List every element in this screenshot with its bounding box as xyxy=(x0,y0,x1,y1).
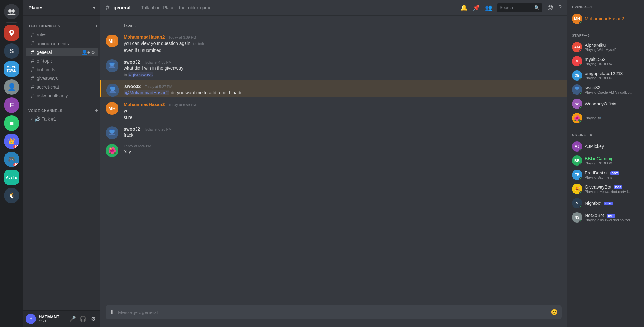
channel-giveaways[interactable]: # giveaways xyxy=(26,74,98,83)
member-info: MohammadHasan2 xyxy=(585,16,639,21)
current-user-avatar[interactable]: Η xyxy=(26,314,36,324)
bot-badge: BOT xyxy=(610,171,619,175)
search-icon: 🔍 xyxy=(534,5,540,10)
message-avatar[interactable] xyxy=(106,126,118,139)
member-avatar: BB xyxy=(572,155,582,166)
voice-channel-talk1[interactable]: ▾ 🔊 Talk #1 xyxy=(26,115,98,123)
message-item: swoo32 Today at 6:26 PM frack xyxy=(100,123,567,139)
voice-channels-section: VOICE CHANNELS + ▾ 🔊 Talk #1 xyxy=(23,103,100,123)
message-header: swoo32 Today at 5:27 PM xyxy=(124,84,551,89)
upload-icon[interactable]: ⬆ xyxy=(109,309,114,316)
channel-bot-cmds[interactable]: # bot-cmds xyxy=(26,65,98,74)
members-sidebar: OWNER—1 MH MohammadHasan2 STAFF—6 AM Alp… xyxy=(567,0,644,327)
help-icon[interactable]: ? xyxy=(558,4,562,11)
message-timestamp: Today at 5:27 PM xyxy=(145,85,172,89)
member-item[interactable]: swoo32 Playing Oracle VM VirtualBo... xyxy=(569,83,641,97)
server-acsfrp[interactable]: Acsfrp xyxy=(4,170,19,185)
user-info: ΗΑTΜΑNTH... #4913 xyxy=(39,314,66,323)
main-content: # general Talk about Places, the roblox … xyxy=(100,0,567,327)
server-header[interactable]: Places ▾ xyxy=(23,0,100,15)
member-status-text: Playing eins zwei drei polizei xyxy=(585,218,639,222)
channel-general[interactable]: # general 👤+ ⚙ xyxy=(26,48,98,56)
message-timestamp: Today at 6:26 PM xyxy=(144,127,172,131)
member-item[interactable]: NS NotSoBot BOT Playing eins zwei drei p… xyxy=(569,210,641,224)
dm-icon[interactable] xyxy=(4,4,19,19)
message-header: swoo32 Today at 6:26 PM xyxy=(124,126,551,132)
channel-secret-chat[interactable]: # secret-chat xyxy=(26,83,98,91)
channel-name: bot-cmds xyxy=(37,67,55,72)
channel-off-topic[interactable]: # off-topic xyxy=(26,57,98,65)
settings-icon[interactable]: ⚙ xyxy=(91,50,95,55)
message-author[interactable]: swoo32 xyxy=(124,59,140,64)
members-section-owner: OWNER—1 MH MohammadHasan2 xyxy=(569,5,641,26)
message-author[interactable]: MohammadHasan2 xyxy=(124,102,165,107)
search-input[interactable] xyxy=(500,5,532,10)
member-info: AlphaMiku Playing With Myself xyxy=(585,43,639,52)
member-name: BBkidGaming xyxy=(585,156,639,161)
member-item[interactable]: M myalt1562 Playing ROBLOX xyxy=(569,54,641,68)
channel-name: nsfw-adultsonly xyxy=(37,93,68,98)
server-places[interactable] xyxy=(4,25,19,41)
emoji-icon[interactable]: 😊 xyxy=(551,309,558,316)
channel-mention[interactable]: #giveaways xyxy=(128,72,153,77)
message-author[interactable]: MohammadHasan2 xyxy=(124,35,165,40)
server-penguin[interactable]: 🐧 xyxy=(4,188,19,203)
member-name: GiveawayBot BOT xyxy=(585,184,639,190)
channel-nsfw[interactable]: # nsfw-adultsonly xyxy=(26,92,98,100)
bot-badge: BOT xyxy=(614,185,622,189)
member-status-text: Playing ROBLOX xyxy=(585,62,639,66)
microphone-icon[interactable]: 🎤 xyxy=(68,314,77,323)
user-mention[interactable]: @MohammadHasan2 xyxy=(124,90,169,95)
section-header-staff: STAFF—6 xyxy=(569,34,641,40)
message-avatar[interactable] xyxy=(106,84,119,97)
members-icon[interactable]: 👥 xyxy=(485,4,492,11)
server-crown[interactable]: 👑 14 xyxy=(4,134,19,149)
server-s[interactable]: S xyxy=(4,43,19,59)
message-avatar[interactable]: MH xyxy=(106,102,118,115)
member-item[interactable]: MH MohammadHasan2 xyxy=(569,12,641,26)
server-gaming[interactable]: 🎮 30 xyxy=(4,152,19,167)
add-channel-icon[interactable]: + xyxy=(95,23,98,29)
member-item[interactable]: 🎉 GiveawayBot BOT Playing giveawaybot.pa… xyxy=(569,182,641,196)
at-icon[interactable]: @ xyxy=(547,4,553,11)
settings-icon[interactable]: ⚙ xyxy=(89,314,98,323)
add-member-icon[interactable]: 👤+ xyxy=(82,50,90,55)
message-avatar[interactable]: MH xyxy=(106,35,118,47)
channel-announcements[interactable]: # announcements xyxy=(26,39,98,48)
member-item[interactable]: AM AlphaMiku Playing With Myself xyxy=(569,40,641,54)
server-green[interactable]: ■ xyxy=(4,115,19,131)
member-info: swoo32 Playing Oracle VM VirtualBo... xyxy=(585,85,639,94)
add-voice-channel-icon[interactable]: + xyxy=(95,108,98,114)
message-avatar[interactable] xyxy=(106,59,118,72)
user-controls: 🎤 🎧 ⚙ xyxy=(68,314,98,323)
voice-channels-header: VOICE CHANNELS + xyxy=(23,103,100,115)
message-item-highlighted: swoo32 Today at 5:27 PM @MohammadHasan2 … xyxy=(100,80,567,96)
member-item[interactable]: 🌺 Playing 🎮 xyxy=(569,111,641,125)
member-item[interactable]: W WoodheyOfficial xyxy=(569,97,641,111)
member-item[interactable]: FB FredBoat♪♪ BOT Playing Say ;help xyxy=(569,168,641,182)
message-content: ye xyxy=(124,108,551,114)
channel-rules[interactable]: # rules xyxy=(26,31,98,39)
message-input[interactable] xyxy=(118,306,547,319)
server-avatar5[interactable]: 👤 xyxy=(4,79,19,95)
notification-bell-icon[interactable]: 🔔 xyxy=(460,4,468,11)
member-item[interactable]: BB BBkidGaming Playing ROBLOX xyxy=(569,154,641,168)
message-avatar[interactable]: 🌺 xyxy=(106,144,118,157)
message-author[interactable]: swoo32 xyxy=(124,84,141,89)
server-name: Places xyxy=(28,5,44,10)
server-f[interactable]: F xyxy=(4,97,19,113)
pin-icon[interactable]: 📌 xyxy=(473,4,480,11)
member-item[interactable]: N Nightbot BOT xyxy=(569,196,641,210)
hash-icon: # xyxy=(31,93,34,99)
message-author[interactable]: swoo32 xyxy=(124,126,140,132)
server-meme-town[interactable]: MEMETOWN xyxy=(4,61,19,77)
member-status-text: Playing ROBLOX xyxy=(585,76,639,80)
member-item[interactable]: AJ AJMickey xyxy=(569,139,641,154)
member-item[interactable]: OE omgepicface12213 Playing ROBLOX xyxy=(569,68,641,83)
user-area: Η ΗΑTΜΑNTH... #4913 🎤 🎧 ⚙ xyxy=(23,310,100,327)
server-divider xyxy=(6,22,17,23)
search-box[interactable]: 🔍 xyxy=(497,3,542,12)
headphone-icon[interactable]: 🎧 xyxy=(79,314,88,323)
member-avatar: M xyxy=(572,56,582,66)
message-item: MH MohammadHasan2 Today at 5:59 PM ye su… xyxy=(100,98,567,122)
